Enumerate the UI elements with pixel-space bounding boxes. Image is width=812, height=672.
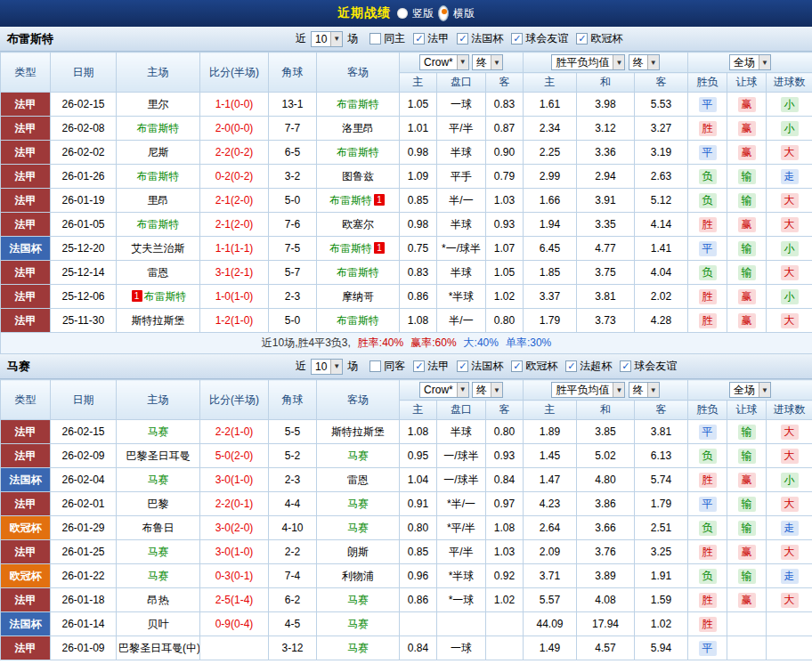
away-team-cell: 马赛 xyxy=(317,444,400,468)
result-handicap-cell: 输 xyxy=(727,237,767,261)
match-date-cell: 26-02-15 xyxy=(51,420,117,444)
match-row: 法甲26-01-25马赛3-0(1-0)2-2朗斯0.85平/半1.032.09… xyxy=(1,540,812,564)
checkbox-checked-icon[interactable]: ✓ xyxy=(457,360,468,372)
team-link: 欧塞尔 xyxy=(342,218,374,231)
away-odds-cell: 1.02 xyxy=(486,588,524,612)
team-name: 马赛 xyxy=(7,359,30,375)
filter-item[interactable]: ✓欧冠杯 xyxy=(576,31,622,46)
odds-final-select[interactable]: 终▼ xyxy=(472,54,503,70)
handicap-cell: *半球 xyxy=(437,285,486,309)
home-team-cell: 布雷斯特 xyxy=(117,117,200,141)
filter-item[interactable]: ✓法甲 xyxy=(413,359,449,374)
summary-row: 近10场,胜4平3负3,胜率:40%赢率:60%大:40%单率:30% xyxy=(1,333,812,354)
result-badge: 胜 xyxy=(699,545,717,560)
checkbox-checked-icon[interactable]: ✓ xyxy=(413,360,425,372)
match-date-cell: 26-01-29 xyxy=(51,516,117,540)
match-date-cell: 25-12-20 xyxy=(51,237,117,261)
filter-controls: 近 10▼ 场 同客✓法甲✓法国杯✓欧冠杯✓法超杯✓球会友谊 xyxy=(296,359,677,375)
filter-item[interactable]: ✓球会友谊 xyxy=(511,31,568,46)
home-team-cell: 艾夫兰治斯 xyxy=(117,237,200,261)
page-title: 近期战绩 xyxy=(337,5,391,21)
team-link: 摩纳哥 xyxy=(342,290,374,303)
result-goals-cell xyxy=(767,612,812,636)
avg-draw-odds-cell: 3.91 xyxy=(577,189,635,213)
result-handicap-cell: 赢 xyxy=(727,117,767,141)
scope-select[interactable]: 全场▼ xyxy=(729,382,771,398)
avg-odds-select[interactable]: 胜平负均值▼ xyxy=(551,382,625,398)
subheader-handicap-result: 让球 xyxy=(727,73,767,93)
vertical-layout-label[interactable]: 竖版 xyxy=(412,6,434,21)
avg-home-odds-cell: 2.09 xyxy=(524,540,577,564)
match-date-cell: 26-01-14 xyxy=(51,612,117,636)
league-type-cell: 法甲 xyxy=(1,492,51,516)
avg-away-odds-cell: 1.59 xyxy=(635,588,688,612)
odds-company-select[interactable]: Crow*▼ xyxy=(419,54,469,70)
result-goals-cell: 走 xyxy=(767,165,812,189)
filter-item[interactable]: ✓法国杯 xyxy=(457,31,503,46)
handicap-cell: *半球 xyxy=(437,564,486,588)
home-odds-cell: 0.86 xyxy=(400,285,437,309)
away-team-cell: 布雷斯特 xyxy=(317,93,400,117)
avg-home-odds-cell: 2.99 xyxy=(524,165,577,189)
column-header-corner: 角球 xyxy=(269,380,317,420)
subheader-odds-home: 主 xyxy=(400,401,437,420)
result-handicap-cell: 输 xyxy=(727,420,767,444)
horizontal-layout-radio-icon[interactable] xyxy=(438,5,449,21)
filter-item[interactable]: ✓法国杯 xyxy=(457,359,503,374)
avg-final-select[interactable]: 终▼ xyxy=(629,54,660,70)
avg-away-odds-cell: 4.04 xyxy=(635,261,688,285)
scope-select[interactable]: 全场▼ xyxy=(729,54,771,70)
filter-item[interactable]: 同主 xyxy=(369,31,405,46)
summary-stat: 胜率:40% xyxy=(358,336,403,349)
checkbox-checked-icon[interactable]: ✓ xyxy=(413,33,425,45)
avg-home-odds-cell: 1.89 xyxy=(524,420,577,444)
checkbox-checked-icon[interactable]: ✓ xyxy=(576,33,588,45)
filter-item[interactable]: 同客 xyxy=(369,359,405,374)
league-type-cell: 法国杯 xyxy=(1,468,51,492)
checkbox-checked-icon[interactable]: ✓ xyxy=(457,33,468,45)
handicap-cell: 半球 xyxy=(437,261,486,285)
checkbox-checked-icon[interactable]: ✓ xyxy=(565,360,577,372)
league-type-cell: 法甲 xyxy=(1,420,51,444)
odds-final-select[interactable]: 终▼ xyxy=(472,382,503,398)
result-goals-cell: 大 xyxy=(767,492,812,516)
avg-home-odds-cell: 4.23 xyxy=(524,492,577,516)
avg-draw-odds-cell: 4.80 xyxy=(577,468,635,492)
avg-home-odds-cell: 6.45 xyxy=(524,237,577,261)
team-link: 马赛 xyxy=(148,546,169,558)
checkbox-checked-icon[interactable]: ✓ xyxy=(511,360,523,372)
match-count-select[interactable]: 10▼ xyxy=(311,359,343,375)
avg-odds-select[interactable]: 胜平负均值▼ xyxy=(551,54,625,70)
away-odds-cell: 0.80 xyxy=(486,420,524,444)
match-row: 法甲25-12-061布雷斯特1-0(1-0)2-3摩纳哥0.86*半球1.02… xyxy=(1,285,812,309)
score-cell: 2-2(1-0) xyxy=(200,420,269,444)
checkbox-unchecked-icon[interactable] xyxy=(369,33,381,45)
filter-item[interactable]: ✓法超杯 xyxy=(565,359,612,374)
avg-draw-odds-cell: 17.94 xyxy=(577,612,635,636)
match-count-select[interactable]: 10▼ xyxy=(311,31,343,47)
handicap-cell: *半/一 xyxy=(437,492,486,516)
matches-body: 法甲26-02-15马赛2-2(1-0)5-5斯特拉斯堡1.08半球0.801.… xyxy=(1,420,812,660)
horizontal-layout-label[interactable]: 横版 xyxy=(453,6,475,21)
league-type-cell: 法甲 xyxy=(1,213,51,237)
filter-item[interactable]: ✓球会友谊 xyxy=(620,359,677,374)
home-team-cell: 里尔 xyxy=(117,93,200,117)
odds-company-select[interactable]: Crow*▼ xyxy=(419,382,469,398)
result-handicap-cell: 输 xyxy=(727,492,767,516)
league-type-cell: 法国杯 xyxy=(1,612,51,636)
avg-away-odds-cell: 3.25 xyxy=(635,540,688,564)
checkbox-checked-icon[interactable]: ✓ xyxy=(511,33,523,45)
result-badge: 平 xyxy=(699,241,717,256)
result-handicap-cell xyxy=(727,612,767,636)
filter-item[interactable]: ✓法甲 xyxy=(413,31,449,46)
column-header-away: 客场 xyxy=(317,53,400,93)
vertical-layout-radio-icon[interactable] xyxy=(397,8,408,19)
filter-item[interactable]: ✓欧冠杯 xyxy=(511,359,557,374)
column-header-type: 类型 xyxy=(1,53,51,93)
checkbox-checked-icon[interactable]: ✓ xyxy=(620,360,631,372)
checkbox-unchecked-icon[interactable] xyxy=(369,360,381,372)
avg-final-select[interactable]: 终▼ xyxy=(629,382,660,398)
dropdown-arrow-icon: ▼ xyxy=(647,383,659,397)
corner-cell: 5-2 xyxy=(269,444,317,468)
column-header-score: 比分(半场) xyxy=(200,53,269,93)
